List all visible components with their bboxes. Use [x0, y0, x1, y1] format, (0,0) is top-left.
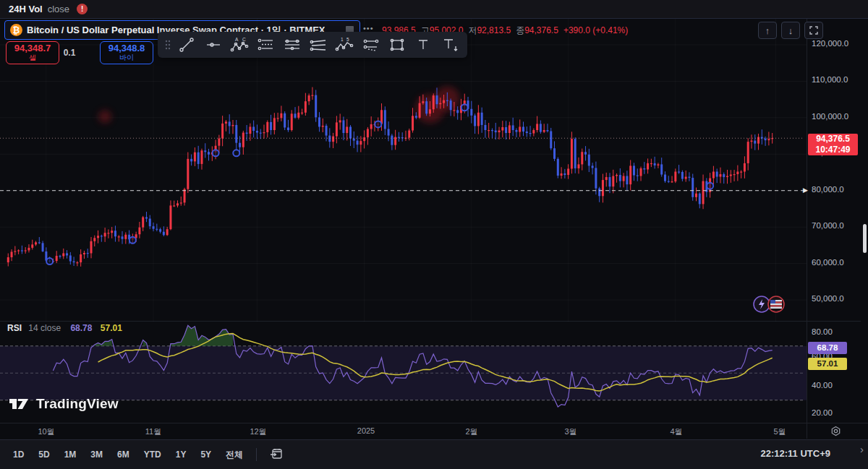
- rsi-value: 68.78: [70, 323, 92, 333]
- spread-value: 0.1: [59, 48, 80, 58]
- bitcoin-icon: ₿: [10, 24, 22, 36]
- svg-text:A: A: [235, 37, 239, 42]
- candle-countdown: 10:47:49: [808, 145, 858, 155]
- range-5y[interactable]: 5Y: [193, 445, 218, 464]
- us-flag-badge-icon[interactable]: [767, 295, 786, 314]
- range-3m[interactable]: 3M: [83, 445, 110, 464]
- svg-text:5: 5: [346, 37, 349, 42]
- svg-text:1: 1: [341, 37, 344, 42]
- buy-label: 바이: [101, 53, 153, 61]
- range-ytd[interactable]: YTD: [137, 445, 169, 464]
- time-tick: 4월: [670, 426, 682, 437]
- range-all[interactable]: 전체: [218, 444, 250, 465]
- alert-badge[interactable]: !: [77, 4, 88, 14]
- parallel-channel-icon[interactable]: [278, 34, 305, 56]
- go-to-date-icon[interactable]: [263, 444, 290, 466]
- price-range-icon[interactable]: [358, 34, 384, 56]
- toolbar-drag-handle[interactable]: [162, 34, 174, 56]
- order-panel: 94,348.7 셀 0.1 94,348.8 바이: [6, 41, 153, 64]
- rsi-title: RSI: [7, 323, 22, 333]
- vol-subtitle: close: [48, 4, 69, 14]
- time-tick: 2월: [465, 426, 477, 437]
- settings-icon[interactable]: [830, 426, 841, 439]
- range-1m[interactable]: 1M: [57, 445, 84, 464]
- price-tick: 70,000.0: [812, 221, 844, 230]
- rsi-tick: 40.00: [812, 381, 833, 390]
- range-5d[interactable]: 5D: [31, 445, 56, 464]
- fib-retracement-icon[interactable]: [252, 34, 278, 56]
- axis-scrollbar[interactable]: [863, 224, 867, 253]
- buy-price: 94,348.8: [101, 43, 153, 53]
- text-icon[interactable]: [410, 34, 436, 56]
- drawing-toolbar: AC 15: [158, 32, 467, 58]
- range-1y[interactable]: 1Y: [169, 445, 194, 464]
- elliott-wave-icon[interactable]: 15: [331, 34, 357, 56]
- vol-title: 24H Vol: [9, 4, 43, 14]
- time-tick: 10월: [38, 426, 54, 437]
- last-price-label: 94,376.5 10:47:49: [808, 134, 858, 155]
- rsi-tick: 80.00: [812, 327, 833, 336]
- change-value: +390.0 (+0.41%): [563, 25, 628, 35]
- rsi-ma-label: 57.01: [808, 358, 847, 370]
- range-6m[interactable]: 6M: [110, 445, 137, 464]
- price-tick: 80,000.0: [812, 185, 844, 194]
- tradingview-logo[interactable]: TradingView: [9, 396, 119, 412]
- rsi-chart[interactable]: [0, 322, 861, 423]
- buy-button[interactable]: 94,348.8 바이: [100, 41, 153, 64]
- rectangle-icon[interactable]: [384, 34, 410, 56]
- price-line-arrow-icon: ▶: [803, 186, 808, 194]
- svg-text:C: C: [242, 37, 246, 42]
- top-strip: 24H Vol close !: [0, 0, 868, 19]
- time-tick: 2025: [357, 426, 375, 435]
- scroll-up-button[interactable]: ↑: [758, 22, 777, 39]
- price-tick: 60,000.0: [812, 258, 844, 267]
- sell-button[interactable]: 94,348.7 셀: [6, 41, 59, 64]
- time-tick: 12월: [250, 426, 266, 437]
- toolbar-divider: [256, 448, 257, 461]
- tradingview-wordmark: TradingView: [36, 396, 119, 412]
- broker-badges: [752, 295, 786, 314]
- price-tick: 110,000.0: [812, 75, 848, 84]
- header-nav-buttons: ↑ ↓: [758, 22, 823, 39]
- rsi-value-label: 68.78: [808, 342, 847, 354]
- trend-line-icon[interactable]: [174, 34, 200, 56]
- rsi-tick: 20.00: [812, 408, 833, 417]
- price-tick: 120,000.0: [812, 39, 848, 48]
- rsi-ma-value: 57.01: [101, 323, 122, 333]
- rsi-legend[interactable]: RSI 14 close 68.78 57.01: [7, 323, 122, 333]
- last-price-value: 94,376.5: [808, 134, 858, 145]
- expand-panel-chevron[interactable]: ›: [860, 443, 864, 455]
- xabcd-pattern-icon[interactable]: AC: [226, 34, 252, 56]
- scroll-down-button[interactable]: ↓: [781, 22, 800, 39]
- close-label: 종: [516, 25, 524, 35]
- time-tick: 11월: [145, 426, 161, 437]
- price-tick: 50,000.0: [812, 294, 844, 303]
- low-label: 저: [468, 25, 477, 35]
- sell-price: 94,348.7: [7, 43, 59, 53]
- tradingview-chart-window: 24H Vol close ! ₿ Bitcoin / US Dollar Pe…: [0, 0, 868, 469]
- close-value: 94,376.5: [524, 25, 558, 35]
- range-1d[interactable]: 1D: [6, 445, 31, 464]
- price-tick: 100,000.0: [812, 112, 848, 121]
- fullscreen-button[interactable]: [804, 22, 823, 39]
- horizontal-ray-icon[interactable]: [200, 34, 226, 56]
- time-tick: 5월: [773, 426, 786, 437]
- tradingview-mark-icon: [9, 397, 30, 411]
- time-axis-divider: [0, 423, 868, 423]
- rsi-params: 14 close: [28, 323, 61, 333]
- anchored-text-icon[interactable]: [437, 34, 463, 56]
- pitchfork-icon[interactable]: [305, 34, 331, 56]
- low-value: 92,813.5: [477, 25, 511, 35]
- clock-utc[interactable]: 22:12:11 UTC+9: [761, 448, 830, 459]
- bottom-toolbar: 1D 5D 1M 3M 6M YTD 1Y 5Y 전체: [0, 439, 868, 469]
- sell-label: 셀: [7, 53, 59, 61]
- time-tick: 3월: [564, 426, 576, 437]
